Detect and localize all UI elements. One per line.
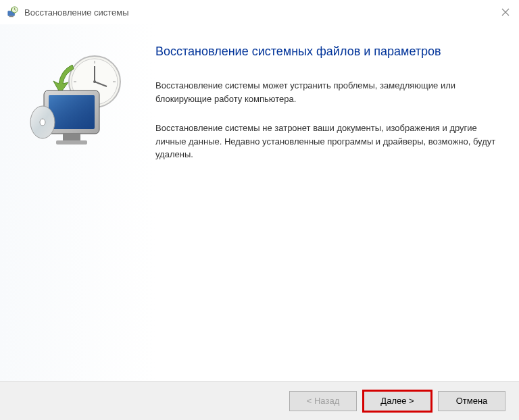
close-icon[interactable] [499, 5, 512, 19]
titlebar: Восстановление системы [0, 0, 519, 24]
restore-illustration-icon [24, 51, 132, 159]
back-button: < Назад [289, 391, 357, 411]
window-title: Восстановление системы [24, 7, 129, 18]
cancel-button[interactable]: Отмена [438, 391, 505, 411]
system-restore-icon [5, 5, 19, 19]
svg-rect-1 [9, 16, 14, 17]
page-heading: Восстановление системных файлов и параме… [155, 45, 499, 59]
description-paragraph-1: Восстановление системы может устранить п… [155, 79, 499, 105]
svg-rect-15 [63, 134, 80, 140]
content-area: Восстановление системных файлов и параме… [0, 24, 519, 381]
next-button[interactable]: Далее > [364, 391, 431, 411]
right-panel: Восстановление системных файлов и параме… [155, 24, 519, 381]
svg-rect-16 [56, 140, 87, 145]
svg-rect-14 [49, 95, 95, 129]
svg-point-18 [40, 119, 45, 126]
description-paragraph-2: Восстановление системы не затронет ваши … [155, 122, 499, 161]
button-bar: < Назад Далее > Отмена [0, 381, 519, 420]
left-panel [0, 24, 155, 381]
